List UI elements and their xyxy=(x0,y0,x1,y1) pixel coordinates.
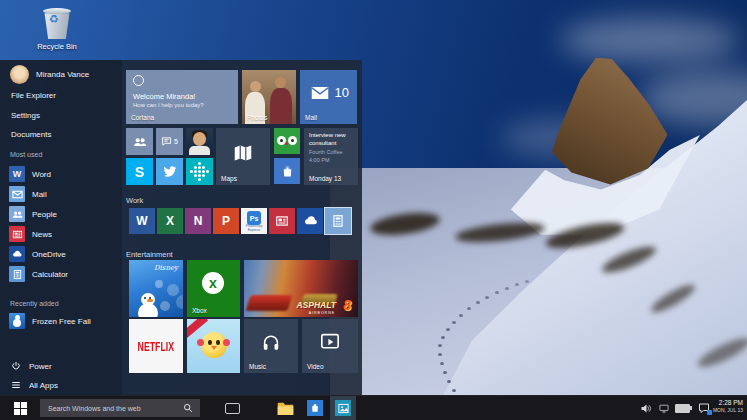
tile-calculator[interactable] xyxy=(325,208,351,234)
tile-word[interactable]: W xyxy=(129,208,155,234)
tile-asphalt-8[interactable]: ASPHALT 8 AIRBORNE xyxy=(244,260,358,317)
section-header-work: Work xyxy=(126,196,143,205)
taskbar-store[interactable] xyxy=(302,396,328,420)
tile-tripadvisor[interactable] xyxy=(274,128,300,154)
tile-onedrive[interactable] xyxy=(297,208,323,234)
asphalt-number: 8 xyxy=(343,297,351,313)
volume-icon xyxy=(640,403,652,414)
power-button[interactable]: Power xyxy=(11,361,52,371)
mail-envelope-icon xyxy=(311,86,329,104)
sidebar-item-label: Calculator xyxy=(32,270,68,279)
tile-photos[interactable]: Photos xyxy=(242,70,296,124)
power-icon xyxy=(11,361,21,371)
tile-excel[interactable]: X xyxy=(157,208,183,234)
calculator-icon xyxy=(331,214,345,228)
tile-netflix[interactable]: NETFLIX xyxy=(129,319,183,373)
tile-cortana[interactable]: Welcome Miranda! How can I help you toda… xyxy=(126,70,238,124)
onedrive-icon xyxy=(9,246,25,262)
taskbar-file-explorer[interactable] xyxy=(272,396,298,420)
tile-label: Maps xyxy=(221,175,237,182)
sidebar-item-onedrive[interactable]: OneDrive xyxy=(9,246,66,262)
taskbar-clock[interactable]: 2:28 PM MON, JUL 13 xyxy=(713,399,743,414)
tile-skype[interactable]: S xyxy=(126,158,153,185)
tile-video[interactable]: Video xyxy=(302,319,358,373)
sidebar-item-documents[interactable]: Documents xyxy=(11,130,51,139)
tile-mail[interactable]: 10 Mail xyxy=(300,70,357,124)
powerpoint-icon: P xyxy=(222,214,230,228)
section-header-entertainment: Entertainment xyxy=(126,250,173,259)
news-icon xyxy=(275,214,289,228)
sidebar-item-label: OneDrive xyxy=(32,250,66,259)
sidebar-item-news[interactable]: News xyxy=(9,226,52,242)
store-bag-icon xyxy=(307,400,323,416)
network-icon xyxy=(659,404,669,413)
search-icon xyxy=(183,403,193,413)
taskbar: 2:28 PM MON, JUL 13 xyxy=(0,395,747,420)
chick-headphone xyxy=(197,339,204,346)
tile-onenote[interactable]: N xyxy=(185,208,211,234)
sidebar-item-label: File Explorer xyxy=(11,91,56,100)
race-car xyxy=(245,295,292,311)
volume-button[interactable] xyxy=(637,396,655,420)
sidebar-item-mail[interactable]: Mail xyxy=(9,186,47,202)
tile-chick-game[interactable] xyxy=(187,319,240,373)
news-icon xyxy=(9,226,25,242)
tile-messaging[interactable]: 5 xyxy=(156,128,183,155)
tile-calendar[interactable]: Interview new consultant Fourth Coffee 4… xyxy=(304,128,358,185)
frozen-free-fall-icon xyxy=(9,313,25,329)
tripadvisor-owl-icon xyxy=(277,136,297,146)
taskbar-search[interactable] xyxy=(40,399,200,417)
tile-photoshop-express[interactable]: Ps Photoshop Express xyxy=(241,208,267,234)
sidebar-item-label: Documents xyxy=(11,130,51,139)
photoshop-caption: Photoshop Express xyxy=(241,224,267,232)
tile-powerpoint[interactable]: P xyxy=(213,208,239,234)
power-label: Power xyxy=(29,362,52,371)
sidebar-item-frozen-free-fall[interactable]: Frozen Free Fall xyxy=(9,313,91,329)
skype-icon: S xyxy=(135,164,144,180)
tile-twitter[interactable] xyxy=(156,158,183,185)
sidebar-item-word[interactable]: W Word xyxy=(9,166,51,182)
tile-frozen-free-fall[interactable]: Disney xyxy=(129,260,183,317)
tile-label: Cortana xyxy=(131,114,154,121)
start-button[interactable] xyxy=(0,396,40,420)
word-icon: W xyxy=(9,166,25,182)
sidebar-item-calculator[interactable]: Calculator xyxy=(9,266,68,282)
people-icon xyxy=(133,135,147,149)
asphalt-wordmark: ASPHALT xyxy=(296,300,336,310)
sidebar-item-settings[interactable]: Settings xyxy=(11,111,40,120)
search-input[interactable] xyxy=(40,405,183,412)
contact-face xyxy=(193,132,206,146)
all-apps-icon xyxy=(11,380,21,390)
disney-wordmark: Disney xyxy=(154,264,178,272)
user-profile[interactable]: Miranda Vance xyxy=(10,65,89,84)
task-view-button[interactable] xyxy=(220,396,244,420)
tile-news[interactable] xyxy=(269,208,295,234)
calendar-date: Monday 13 xyxy=(309,175,341,182)
chick-beak xyxy=(211,346,217,350)
network-button[interactable] xyxy=(656,396,672,420)
cloud xyxy=(560,18,740,62)
tile-people[interactable] xyxy=(126,128,153,155)
taskbar-photos-active[interactable] xyxy=(330,396,356,420)
word-icon: W xyxy=(136,214,147,228)
sidebar-item-label: News xyxy=(32,230,52,239)
tile-label: Video xyxy=(307,363,324,370)
sidebar-item-people[interactable]: People xyxy=(9,206,57,222)
sidebar-item-file-explorer[interactable]: File Explorer xyxy=(11,91,56,100)
action-center-button[interactable] xyxy=(694,396,714,420)
tile-xbox[interactable]: x Xbox xyxy=(187,260,240,317)
tile-app-dots[interactable] xyxy=(186,158,213,185)
tile-maps[interactable]: Maps xyxy=(216,128,270,185)
snowflake-bokeh xyxy=(155,280,163,288)
tile-label: Music xyxy=(249,363,266,370)
tile-contact-photo[interactable] xyxy=(186,128,213,155)
tile-music[interactable]: Music xyxy=(244,319,298,373)
tile-store[interactable] xyxy=(274,158,300,184)
tile-label: Mail xyxy=(305,114,317,121)
battery-button[interactable] xyxy=(672,396,692,420)
calculator-icon xyxy=(9,266,25,282)
sidebar-item-label: People xyxy=(32,210,57,219)
mail-unread-count: 10 xyxy=(335,85,349,100)
all-apps-button[interactable]: All Apps xyxy=(11,380,58,390)
onedrive-icon xyxy=(302,213,319,230)
